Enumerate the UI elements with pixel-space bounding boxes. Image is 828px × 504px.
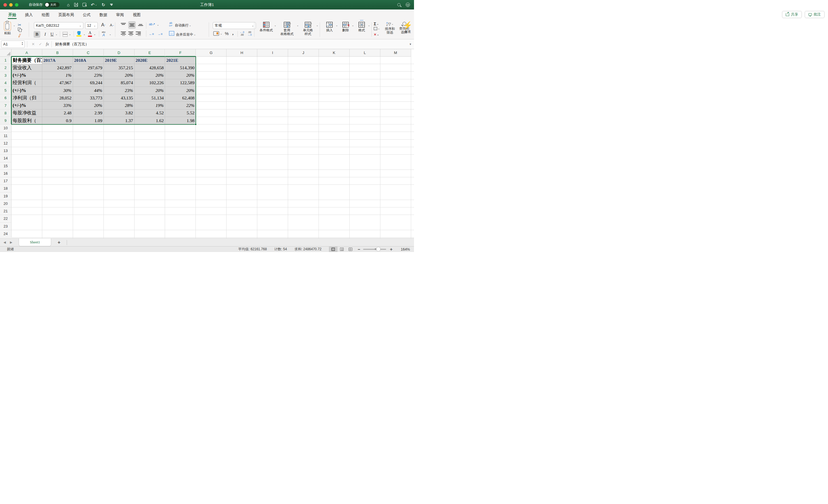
increase-font-icon[interactable]: A^ [101, 22, 105, 28]
tab-view[interactable]: 视图 [132, 9, 141, 20]
row-header-16[interactable]: 16 [0, 170, 11, 177]
column-header-K[interactable]: K [319, 49, 349, 57]
quick-edit-icon[interactable] [83, 3, 86, 7]
align-middle-icon[interactable] [128, 21, 136, 29]
cell-B8[interactable]: 2.48 [42, 109, 73, 117]
zoom-in-button[interactable]: ＋ [389, 246, 393, 252]
paste-button[interactable]: 粘贴 [4, 22, 11, 35]
cell-A2[interactable]: 营业收入 [11, 64, 42, 71]
align-right-icon[interactable] [136, 32, 141, 36]
insert-function-icon[interactable]: fx [46, 42, 49, 47]
paste-dropdown[interactable]: ⌄ [13, 24, 15, 27]
cell-E8[interactable]: 4.52 [134, 109, 165, 117]
cell-C3[interactable]: 23% [73, 72, 104, 79]
cell-B7[interactable]: 33% [42, 102, 73, 109]
tab-review[interactable]: 审阅 [116, 9, 124, 20]
row-header-20[interactable]: 20 [0, 200, 11, 208]
minimize-window-button[interactable] [9, 3, 13, 7]
row-header-10[interactable]: 10 [0, 125, 11, 132]
redo-button[interactable]: ↻ [101, 3, 105, 7]
cell-D8[interactable]: 3.82 [104, 109, 134, 117]
column-header-I[interactable]: I [257, 49, 288, 57]
row-header-21[interactable]: 21 [0, 208, 11, 215]
decrease-font-icon[interactable]: A⌄ [110, 23, 114, 27]
cell-C5[interactable]: 44% [73, 87, 104, 94]
add-sheet-button[interactable]: + [57, 240, 60, 245]
number-format-select[interactable]: 常规⌄ [213, 22, 256, 29]
normal-view-button[interactable] [329, 246, 337, 252]
cell-A1[interactable]: 财务摘要（百万元） [11, 57, 42, 64]
column-header-E[interactable]: E [134, 49, 165, 57]
column-header-B[interactable]: B [42, 49, 73, 57]
home-icon[interactable]: ⌂ [67, 3, 70, 7]
row-header-8[interactable]: 8 [0, 109, 11, 117]
decrease-decimal-icon[interactable]: ←.0.00 [240, 31, 244, 36]
cell-B6[interactable]: 28,052 [42, 94, 73, 101]
font-size-select[interactable]: 12⌄ [85, 22, 98, 29]
italic-button[interactable]: I [43, 31, 48, 38]
cell-C4[interactable]: 69,244 [73, 79, 104, 87]
row-header-14[interactable]: 14 [0, 154, 11, 162]
column-header-J[interactable]: J [288, 49, 319, 57]
borders-dropdown[interactable]: ⌄ [69, 33, 71, 36]
phonetic-guide-icon[interactable]: abcA [102, 31, 106, 37]
cell-C7[interactable]: 20% [73, 102, 104, 109]
row-header-7[interactable]: 7 [0, 102, 11, 109]
column-header-M[interactable]: M [380, 49, 411, 57]
decrease-indent-icon[interactable]: ←≡ [149, 32, 154, 36]
delete-dropdown[interactable]: ⌄ [352, 24, 354, 27]
insert-dropdown[interactable]: ⌄ [336, 24, 338, 27]
tab-formulas[interactable]: 公式 [82, 9, 91, 20]
cell-D4[interactable]: 85,074 [104, 79, 134, 87]
cell-E4[interactable]: 102,226 [134, 79, 165, 87]
orientation-dropdown[interactable]: ⌄ [157, 24, 159, 26]
format-as-table-dropdown[interactable]: ⌄ [297, 24, 299, 27]
fill-color-dropdown[interactable]: ⌄ [83, 33, 85, 36]
increase-decimal-icon[interactable]: .00→.0 [247, 31, 252, 36]
bold-button[interactable]: B [34, 31, 40, 38]
row-header-19[interactable]: 19 [0, 192, 11, 200]
copy-icon[interactable]: ⌄ [18, 28, 23, 31]
underline-dropdown[interactable]: ⌄ [55, 33, 57, 36]
column-header-D[interactable]: D [104, 49, 134, 57]
cell-F4[interactable]: 122,589 [165, 79, 196, 87]
format-painter-icon[interactable]: 🖉 [17, 33, 22, 38]
cell-D6[interactable]: 43,135 [104, 94, 134, 101]
ideas-button[interactable]: ⚡ 创意 [402, 21, 413, 34]
tab-data[interactable]: 数据 [99, 9, 108, 20]
cell-D1[interactable]: 2019E [104, 57, 134, 64]
cell-F6[interactable]: 62,408 [165, 94, 196, 101]
cell-E6[interactable]: 51,134 [134, 94, 165, 101]
tab-insert[interactable]: 插入 [25, 9, 33, 20]
cell-F3[interactable]: 20% [165, 72, 196, 79]
align-center-icon[interactable] [128, 32, 133, 36]
cell-F5[interactable]: 20% [165, 87, 196, 94]
cell-E3[interactable]: 20% [134, 72, 165, 79]
account-icon[interactable] [406, 3, 410, 7]
cell-C1[interactable]: 2018A [73, 57, 104, 64]
font-color-dropdown[interactable]: ⌄ [94, 33, 96, 36]
formula-bar-expand-icon[interactable]: ▼ [409, 43, 412, 46]
zoom-level[interactable]: 164% [396, 247, 410, 251]
format-cells-button[interactable]: 格式 [355, 22, 368, 32]
font-color-icon[interactable]: A [88, 31, 92, 37]
row-header-2[interactable]: 2 [0, 64, 11, 72]
search-icon[interactable] [397, 3, 401, 6]
cell-A4[interactable]: 经营利润（ [11, 79, 42, 87]
row-header-1[interactable]: 1 [0, 57, 11, 64]
font-name-select[interactable]: KaiTi_GB2312⌄ [34, 22, 83, 29]
cell-A9[interactable]: 每股股利（ [11, 117, 42, 124]
cell-C9[interactable]: 1.09 [73, 117, 104, 124]
cancel-entry-icon[interactable]: ✕ [32, 42, 35, 46]
tab-page-layout[interactable]: 页面布局 [58, 9, 75, 20]
cell-F1[interactable]: 2021E [165, 57, 196, 64]
cell-A7[interactable]: (+/-)% [11, 102, 42, 109]
insert-cells-button[interactable]: ← 插入 [323, 22, 336, 32]
cell-A5[interactable]: (+/-)% [11, 87, 42, 94]
cell-F7[interactable]: 22% [165, 102, 196, 109]
sheet-tab-sheet1[interactable]: Sheet1 [19, 238, 51, 246]
phonetic-dropdown[interactable]: ⌄ [109, 33, 111, 36]
row-header-11[interactable]: 11 [0, 132, 11, 140]
page-break-view-button[interactable] [346, 246, 355, 252]
cell-F2[interactable]: 514,390 [165, 64, 196, 71]
